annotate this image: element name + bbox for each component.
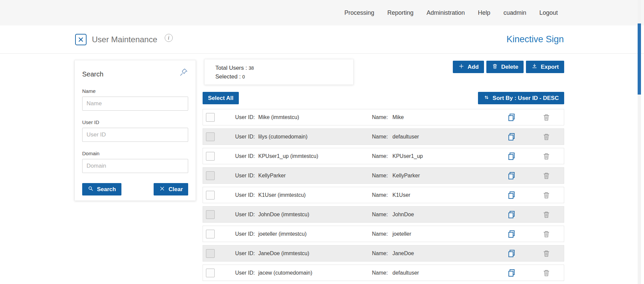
- selected-label: Selected :: [215, 73, 241, 80]
- page: Processing Reporting Administration Help…: [0, 0, 644, 284]
- delete-button-label: Delete: [501, 64, 518, 70]
- row-name-value: KPUser1_up: [392, 153, 423, 159]
- sort-by-button[interactable]: Sort By : User ID - DESC: [478, 92, 564, 104]
- info-icon[interactable]: i: [165, 34, 173, 42]
- app-icon: [75, 34, 87, 45]
- name-field-label: Name: [82, 88, 188, 94]
- row-checkbox[interactable]: [206, 249, 215, 258]
- row-name-value: JohnDoe: [392, 212, 414, 218]
- row-checkbox[interactable]: [206, 171, 215, 180]
- domain-field-label: Domain: [82, 151, 188, 156]
- trash-icon: [492, 63, 498, 71]
- row-name-value: defaultuser: [392, 134, 419, 140]
- nav-item-help[interactable]: Help: [478, 9, 490, 16]
- row-name-label: Name:: [372, 153, 388, 159]
- copy-icon[interactable]: [507, 210, 516, 219]
- row-trash-icon[interactable]: [542, 249, 551, 258]
- row-user-id-label: User ID:: [235, 173, 255, 179]
- row-user-id-label: User ID:: [235, 270, 255, 276]
- user-id-field-label: User ID: [82, 119, 188, 125]
- brand-title: Kinective Sign: [506, 34, 564, 45]
- row-checkbox[interactable]: [206, 113, 215, 122]
- table-row: User ID: JaneDoe (immtestcu) Name: JaneD…: [203, 245, 564, 262]
- row-user-id-value: lilys (cutomedomain): [258, 134, 308, 140]
- row-checkbox[interactable]: [206, 210, 215, 219]
- nav-item-processing[interactable]: Processing: [344, 9, 374, 16]
- row-trash-icon[interactable]: [542, 171, 551, 180]
- domain-field[interactable]: [82, 159, 188, 173]
- row-user-id-label: User ID:: [235, 212, 255, 218]
- nav-item-logout[interactable]: Logout: [539, 9, 558, 16]
- row-user-id-label: User ID:: [235, 250, 255, 257]
- row-trash-icon[interactable]: [542, 132, 551, 141]
- row-trash-icon[interactable]: [542, 230, 551, 238]
- row-name-value: K1User: [392, 192, 410, 198]
- copy-icon[interactable]: [507, 249, 516, 258]
- scrollbar-track[interactable]: [638, 0, 641, 284]
- export-button[interactable]: Export: [526, 61, 564, 73]
- row-name-value: Mike: [392, 114, 404, 120]
- select-all-button[interactable]: Select All: [203, 92, 239, 104]
- toolbar: Add Delete Export: [453, 61, 564, 73]
- row-name-label: Name:: [372, 134, 388, 140]
- row-name-value: KellyParker: [392, 173, 420, 179]
- row-user-id-value: JohnDoe (immtestcu): [258, 212, 309, 218]
- header-left: User Maintenance i: [75, 34, 173, 45]
- total-users-line: Total Users : 38: [215, 64, 353, 72]
- delete-button[interactable]: Delete: [486, 61, 524, 73]
- nav-item-cuadmin[interactable]: cuadmin: [503, 9, 526, 16]
- row-user-id-value: Mike (immtestcu): [258, 114, 299, 120]
- row-user-id-value: jacew (cutomedomain): [258, 270, 312, 276]
- row-trash-icon[interactable]: [542, 113, 551, 122]
- table-row: User ID: JohnDoe (immtestcu) Name: JohnD…: [203, 206, 564, 223]
- pin-icon[interactable]: [179, 68, 188, 77]
- page-header: User Maintenance i Kinective Sign: [0, 25, 644, 54]
- select-all-label: Select All: [208, 95, 233, 102]
- row-user-id-label: User ID:: [235, 134, 255, 140]
- total-users-value: 38: [249, 65, 254, 71]
- row-checkbox[interactable]: [206, 152, 215, 161]
- row-checkbox[interactable]: [206, 269, 215, 277]
- selected-value: 0: [242, 74, 245, 79]
- add-button[interactable]: Add: [453, 61, 484, 73]
- search-button-label: Search: [97, 186, 116, 193]
- clear-button-label: Clear: [168, 186, 183, 193]
- copy-icon[interactable]: [507, 190, 516, 200]
- row-checkbox[interactable]: [206, 230, 215, 238]
- copy-icon[interactable]: [507, 229, 516, 239]
- row-name-label: Name:: [372, 250, 388, 257]
- copy-icon[interactable]: [507, 268, 516, 278]
- row-trash-icon[interactable]: [542, 210, 551, 219]
- copy-icon[interactable]: [507, 113, 516, 122]
- row-user-id-label: User ID:: [235, 231, 255, 237]
- row-user-id-label: User ID:: [235, 153, 255, 159]
- search-icon: [88, 185, 94, 193]
- copy-icon[interactable]: [507, 152, 516, 161]
- table-row: User ID: jacew (cutomedomain) Name: defa…: [203, 265, 564, 281]
- nav-item-administration[interactable]: Administration: [427, 9, 465, 16]
- user-id-field[interactable]: [82, 128, 188, 142]
- row-checkbox[interactable]: [206, 191, 215, 200]
- table-row: User ID: K1User (immtestcu) Name: K1User: [203, 187, 564, 203]
- download-icon: [531, 63, 538, 71]
- row-user-id-label: User ID:: [235, 114, 255, 120]
- sort-by-label: Sort By : User ID - DESC: [493, 95, 559, 102]
- copy-icon[interactable]: [507, 132, 516, 141]
- user-list: User ID: Mike (immtestcu) Name: Mike Use…: [203, 109, 564, 284]
- table-row: User ID: KellyParker Name: KellyParker: [203, 167, 564, 184]
- copy-icon[interactable]: [507, 171, 516, 180]
- scrollbar-thumb[interactable]: [638, 23, 641, 95]
- row-name-label: Name:: [372, 192, 388, 198]
- search-panel-title: Search: [82, 70, 103, 78]
- top-nav: Processing Reporting Administration Help…: [0, 0, 644, 25]
- name-field[interactable]: [82, 97, 188, 111]
- row-trash-icon[interactable]: [542, 152, 551, 161]
- clear-button[interactable]: Clear: [154, 183, 188, 195]
- add-button-label: Add: [468, 64, 479, 70]
- search-button[interactable]: Search: [82, 183, 121, 195]
- row-checkbox[interactable]: [206, 132, 215, 141]
- table-row: User ID: Mike (immtestcu) Name: Mike: [203, 109, 564, 125]
- row-trash-icon[interactable]: [542, 191, 551, 200]
- row-trash-icon[interactable]: [542, 269, 551, 277]
- nav-item-reporting[interactable]: Reporting: [387, 9, 414, 16]
